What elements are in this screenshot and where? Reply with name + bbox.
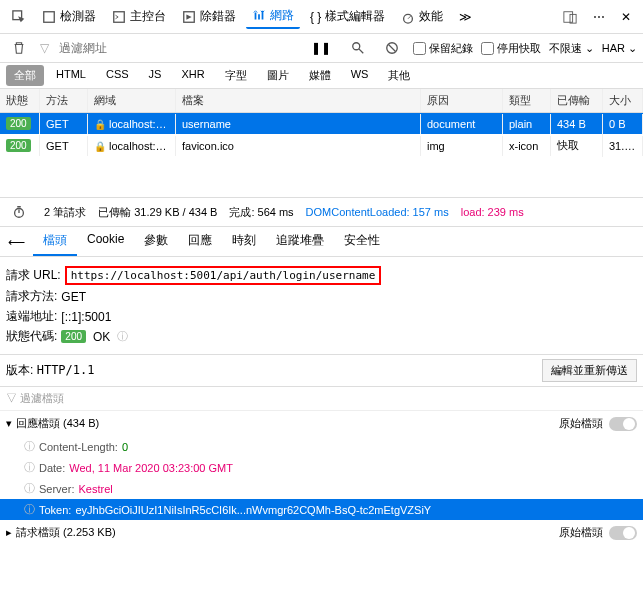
close-icon[interactable]: ✕ bbox=[615, 7, 637, 27]
table-row[interactable]: 200GET🔒 localhost:5...favicon.icoimgx-ic… bbox=[0, 134, 643, 157]
tab-inspector[interactable]: 檢測器 bbox=[36, 5, 102, 28]
help-icon[interactable]: ⓘ bbox=[117, 329, 128, 344]
cell-domain: 🔒 localhost:5... bbox=[88, 114, 176, 134]
tab-style-editor-label: 樣式編輯器 bbox=[325, 8, 385, 25]
tab-debugger-label: 除錯器 bbox=[200, 8, 236, 25]
type-tab-media[interactable]: 媒體 bbox=[301, 65, 339, 86]
type-tab-xhr[interactable]: XHR bbox=[173, 65, 212, 86]
type-tab-all[interactable]: 全部 bbox=[6, 65, 44, 86]
help-icon[interactable]: ⓘ bbox=[24, 481, 35, 496]
remote-label: 遠端地址: bbox=[6, 308, 57, 325]
type-tab-js[interactable]: JS bbox=[141, 65, 170, 86]
header-name: Server: bbox=[39, 483, 74, 495]
caret-down-icon[interactable]: ▾ bbox=[6, 417, 16, 430]
col-cause[interactable]: 原因 bbox=[421, 89, 503, 112]
request-method: GET bbox=[61, 290, 86, 304]
col-type[interactable]: 類型 bbox=[503, 89, 551, 112]
har-select[interactable]: HAR ⌄ bbox=[602, 42, 637, 55]
tab-console[interactable]: 主控台 bbox=[106, 5, 172, 28]
method-label: 請求方法: bbox=[6, 288, 57, 305]
summary-requests: 2 筆請求 bbox=[44, 205, 86, 220]
status-label: 狀態代碼: bbox=[6, 328, 57, 345]
type-tab-css[interactable]: CSS bbox=[98, 65, 137, 86]
table-row[interactable]: 200GET🔒 localhost:5...usernamedocumentpl… bbox=[0, 113, 643, 134]
throttle-select[interactable]: 不限速 ⌄ bbox=[549, 41, 594, 56]
chevron-down-icon: ⌄ bbox=[628, 42, 637, 54]
filter-headers-input[interactable]: 過濾檔頭 bbox=[20, 392, 64, 404]
col-domain[interactable]: 網域 bbox=[88, 89, 176, 112]
edit-resend-button[interactable]: 編輯並重新傳送 bbox=[542, 359, 637, 382]
cell-size: 31.2... bbox=[603, 136, 643, 156]
lock-icon: 🔒 bbox=[94, 119, 106, 130]
keep-log-checkbox[interactable]: 保留紀錄 bbox=[413, 41, 473, 56]
detail-tab-security[interactable]: 安全性 bbox=[334, 227, 390, 256]
cell-method: GET bbox=[40, 114, 88, 134]
detail-tab-stack[interactable]: 追蹤堆疊 bbox=[266, 227, 334, 256]
type-tab-img[interactable]: 圖片 bbox=[259, 65, 297, 86]
header-name: Content-Length: bbox=[39, 441, 118, 453]
tab-debugger[interactable]: 除錯器 bbox=[176, 5, 242, 28]
tab-network[interactable]: 網路 bbox=[246, 4, 300, 29]
detail-tab-cookies[interactable]: Cookie bbox=[77, 227, 134, 256]
type-tab-html[interactable]: HTML bbox=[48, 65, 94, 86]
cell-type: plain bbox=[503, 114, 551, 134]
status-code: 200 bbox=[61, 330, 86, 343]
back-icon[interactable]: ⟵ bbox=[0, 227, 33, 256]
responsive-mode-icon[interactable] bbox=[557, 7, 583, 27]
trash-icon[interactable] bbox=[6, 38, 32, 58]
filter-icon: ▽ bbox=[6, 392, 17, 404]
cell-size: 0 B bbox=[603, 114, 643, 134]
filter-input[interactable] bbox=[57, 39, 211, 57]
status-text: OK bbox=[90, 329, 113, 345]
cell-domain: 🔒 localhost:5... bbox=[88, 136, 176, 156]
help-icon[interactable]: ⓘ bbox=[24, 502, 35, 517]
header-value: Wed, 11 Mar 2020 03:23:00 GMT bbox=[69, 462, 233, 474]
response-header-item[interactable]: ⓘ Token: eyJhbGciOiJIUzI1NiIsInR5cCI6Ik.… bbox=[0, 499, 643, 520]
detail-tab-response[interactable]: 回應 bbox=[178, 227, 222, 256]
type-tab-other[interactable]: 其他 bbox=[380, 65, 418, 86]
caret-right-icon[interactable]: ▸ bbox=[6, 526, 16, 539]
col-transferred[interactable]: 已傳輸 bbox=[551, 89, 603, 112]
status-badge: 200 bbox=[6, 117, 31, 130]
type-tab-ws[interactable]: WS bbox=[343, 65, 377, 86]
col-method[interactable]: 方法 bbox=[40, 89, 88, 112]
type-tab-font[interactable]: 字型 bbox=[217, 65, 255, 86]
cell-cause: document bbox=[421, 114, 503, 134]
cell-transferred: 快取 bbox=[551, 134, 603, 157]
pick-element-icon[interactable] bbox=[6, 7, 32, 27]
pause-icon[interactable]: ❚❚ bbox=[305, 38, 337, 58]
stopwatch-icon[interactable] bbox=[6, 202, 32, 222]
version-label: 版本: bbox=[6, 363, 33, 377]
tab-style-editor[interactable]: { }樣式編輯器 bbox=[304, 5, 391, 28]
col-file[interactable]: 檔案 bbox=[176, 89, 421, 112]
detail-tab-timings[interactable]: 時刻 bbox=[222, 227, 266, 256]
cell-method: GET bbox=[40, 136, 88, 156]
raw-toggle[interactable] bbox=[609, 526, 637, 540]
col-status[interactable]: 狀態 bbox=[0, 89, 40, 112]
svg-rect-2 bbox=[114, 11, 125, 22]
style-editor-icon: { } bbox=[310, 10, 321, 24]
block-icon[interactable] bbox=[379, 38, 405, 58]
summary-finish: 完成: 564 ms bbox=[229, 205, 293, 220]
raw-toggle[interactable] bbox=[609, 417, 637, 431]
response-header-item[interactable]: ⓘ Content-Length: 0 bbox=[0, 436, 643, 457]
help-icon[interactable]: ⓘ bbox=[24, 439, 35, 454]
response-header-item[interactable]: ⓘ Server: Kestrel bbox=[0, 478, 643, 499]
header-name: Date: bbox=[39, 462, 65, 474]
chevron-down-icon: ⌄ bbox=[585, 42, 594, 54]
detail-tab-params[interactable]: 參數 bbox=[134, 227, 178, 256]
tab-inspector-label: 檢測器 bbox=[60, 8, 96, 25]
cell-file: favicon.ico bbox=[176, 136, 421, 156]
col-size[interactable]: 大小 bbox=[603, 89, 643, 112]
tab-performance[interactable]: 效能 bbox=[395, 5, 449, 28]
cell-transferred: 434 B bbox=[551, 114, 603, 134]
header-value: eyJhbGciOiJIUzI1NiIsInR5cCI6Ik...nWvmgr6… bbox=[75, 504, 431, 516]
response-header-item[interactable]: ⓘ Date: Wed, 11 Mar 2020 03:23:00 GMT bbox=[0, 457, 643, 478]
search-icon[interactable] bbox=[345, 38, 371, 58]
detail-tab-headers[interactable]: 檔頭 bbox=[33, 227, 77, 256]
tab-network-label: 網路 bbox=[270, 7, 294, 24]
more-options-icon[interactable]: ⋯ bbox=[587, 7, 611, 27]
more-tabs[interactable]: ≫ bbox=[453, 7, 478, 27]
help-icon[interactable]: ⓘ bbox=[24, 460, 35, 475]
disable-cache-checkbox[interactable]: 停用快取 bbox=[481, 41, 541, 56]
